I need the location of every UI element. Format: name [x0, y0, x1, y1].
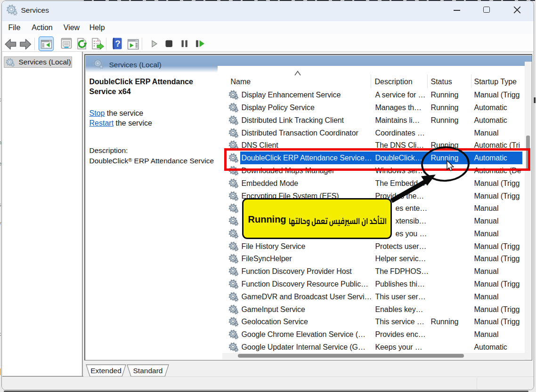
svg-text:Extended: Extended: [90, 367, 122, 375]
svg-text:Standard: Standard: [133, 367, 162, 375]
